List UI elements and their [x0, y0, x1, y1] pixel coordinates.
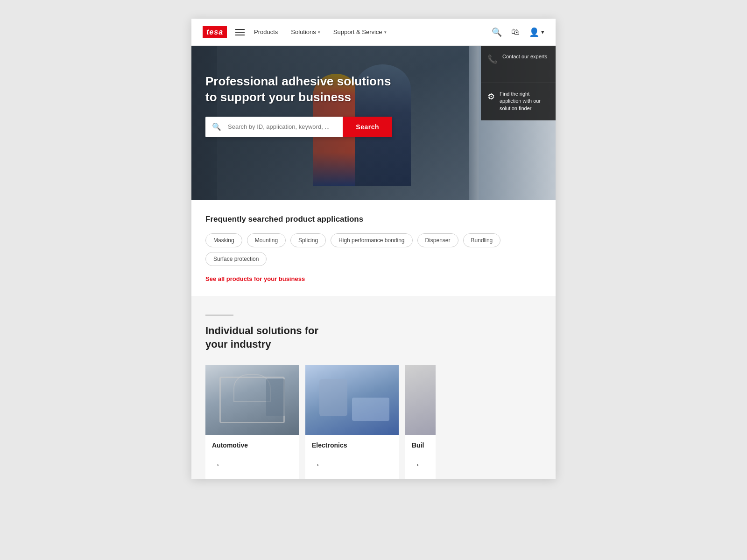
logo-area: tesa — [203, 26, 227, 38]
electronics-card-image — [305, 365, 399, 435]
tag-high-performance-bonding[interactable]: High performance bonding — [331, 233, 412, 247]
hamburger-menu[interactable] — [235, 29, 245, 35]
search-bar-icon: 🔍 — [205, 122, 228, 131]
search-input[interactable] — [228, 117, 343, 137]
automotive-card-body: Automotive → — [205, 435, 299, 479]
building-arrow[interactable]: → — [412, 460, 429, 470]
contact-experts-panel[interactable]: 📞 Contact our experts — [481, 46, 556, 83]
search-bar: 🔍 Search — [205, 117, 392, 137]
solutions-chevron: ▾ — [318, 30, 320, 35]
gear-icon: ⚙ — [487, 91, 495, 102]
automotive-card-image — [205, 365, 299, 435]
tag-mounting[interactable]: Mounting — [247, 233, 286, 247]
nav-products[interactable]: Products — [254, 28, 278, 35]
building-card-title: Buil — [412, 441, 429, 449]
industry-card-automotive[interactable]: Automotive → — [205, 365, 299, 479]
user-icon: 👤 — [529, 27, 539, 37]
solution-finder-panel[interactable]: ⚙ Find the right appliction with our sol… — [481, 83, 556, 120]
logo-text: tesa — [206, 28, 223, 36]
cart-icon[interactable]: 🛍 — [511, 27, 520, 37]
building-card-body: Buil → — [405, 435, 436, 479]
electronics-card-body: Electronics → — [305, 435, 399, 479]
hero-content: Professional adhesive solutions to suppo… — [205, 74, 402, 137]
page-wrapper: tesa Products Solutions ▾ Support & Serv… — [191, 19, 556, 479]
industry-cards: Automotive → Electronics → — [205, 365, 542, 479]
hero-panels: 📞 Contact our experts ⚙ Find the right a… — [481, 46, 556, 120]
industry-inner: Individual solutions foryour industry — [205, 296, 542, 479]
tag-splicing[interactable]: Splicing — [290, 233, 326, 247]
section-divider — [205, 315, 233, 316]
industry-card-building[interactable]: Buil → — [405, 365, 436, 479]
tag-masking[interactable]: Masking — [205, 233, 242, 247]
industry-section: Individual solutions foryour industry — [191, 296, 556, 479]
tag-surface-protection[interactable]: Surface protection — [205, 252, 267, 266]
solution-finder-text: Find the right appliction with our solut… — [500, 91, 549, 112]
navbar: tesa Products Solutions ▾ Support & Serv… — [191, 19, 556, 46]
phone-icon: 📞 — [487, 54, 498, 64]
automotive-card-title: Automotive — [212, 441, 292, 449]
contact-experts-text: Contact our experts — [502, 53, 547, 60]
user-chevron: ▾ — [541, 28, 544, 35]
tag-bundling[interactable]: Bundling — [463, 233, 501, 247]
frequently-searched-title: Frequently searched product applications — [205, 215, 542, 224]
electronics-arrow[interactable]: → — [312, 460, 392, 470]
logo[interactable]: tesa — [203, 26, 227, 38]
nav-support[interactable]: Support & Service ▾ — [333, 28, 387, 35]
hero-title: Professional adhesive solutions to suppo… — [205, 74, 402, 105]
see-all-products-link[interactable]: See all products for your business — [205, 275, 305, 282]
nav-solutions[interactable]: Solutions ▾ — [291, 28, 320, 35]
electronics-card-title: Electronics — [312, 441, 392, 449]
nav-links: Products Solutions ▾ Support & Service ▾ — [254, 28, 387, 35]
hero-section: Professional adhesive solutions to suppo… — [191, 46, 556, 200]
industry-title: Individual solutions foryour industry — [205, 324, 542, 351]
building-card-image — [405, 365, 436, 435]
tag-dispenser[interactable]: Dispenser — [417, 233, 458, 247]
search-button[interactable]: Search — [343, 117, 392, 137]
industry-card-electronics[interactable]: Electronics → — [305, 365, 399, 479]
search-icon[interactable]: 🔍 — [492, 27, 502, 37]
nav-icons: 🔍 🛍 👤 ▾ — [492, 27, 544, 37]
frequently-searched-section: Frequently searched product applications… — [191, 200, 556, 296]
user-menu[interactable]: 👤 ▾ — [529, 27, 544, 37]
product-tags: Masking Mounting Splicing High performan… — [205, 233, 542, 266]
automotive-arrow[interactable]: → — [212, 460, 292, 470]
support-chevron: ▾ — [384, 30, 387, 35]
